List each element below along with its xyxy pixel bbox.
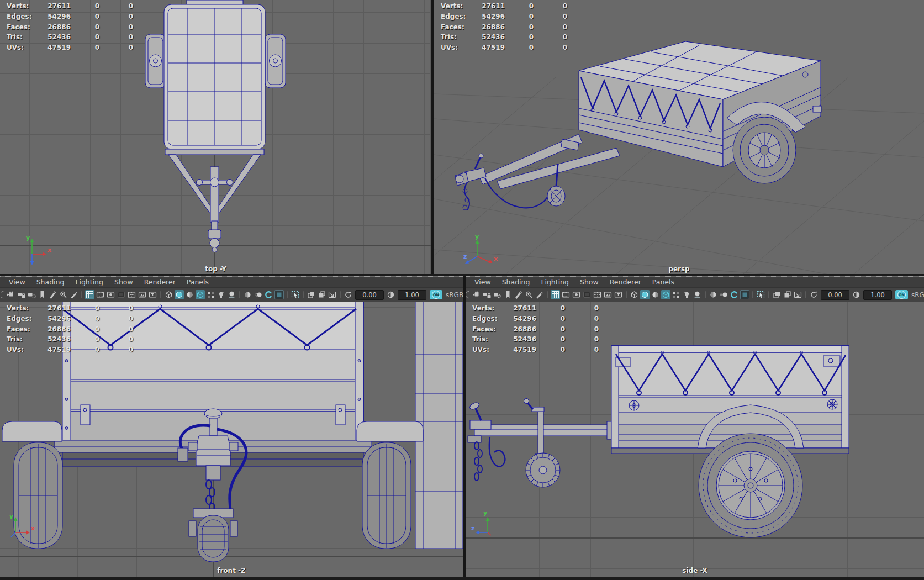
hud-row: Edges:5429600 <box>7 12 133 22</box>
film-gate-icon[interactable] <box>96 290 105 299</box>
smooth-shade-mode-icon[interactable] <box>175 290 184 299</box>
pan-zoom-icon[interactable] <box>59 290 68 299</box>
axis-gizmo: y x z <box>463 233 501 270</box>
hud-row: UVs:4751900 <box>7 43 133 53</box>
image-plane-icon[interactable] <box>514 290 523 299</box>
svg-text:z: z <box>471 525 474 532</box>
ambient-occlusion-icon[interactable] <box>709 290 718 299</box>
wireframe-mode-icon[interactable] <box>164 290 173 299</box>
hud-row: Faces:2688600 <box>441 22 567 32</box>
grid-icon[interactable] <box>85 290 94 299</box>
motion-blur-icon[interactable] <box>254 290 263 299</box>
colorspace-label[interactable]: sRGB gamm <box>446 291 463 299</box>
field-chart-icon[interactable] <box>127 290 136 299</box>
exposure-icon[interactable] <box>809 290 819 299</box>
menu-renderer[interactable]: Renderer <box>139 278 181 286</box>
duplicate-view-icon[interactable] <box>307 290 316 299</box>
safe-title-icon[interactable] <box>148 290 157 299</box>
select-camera-icon[interactable] <box>472 290 481 299</box>
viewport-persp[interactable]: Verts:2761100 Edges:5429600 Faces:268860… <box>434 0 924 274</box>
viewport-label: top -Y <box>0 265 431 273</box>
select-camera-icon[interactable] <box>6 290 15 299</box>
snapshot-icon[interactable] <box>328 290 337 299</box>
resolution-gate-icon[interactable] <box>106 290 115 299</box>
menu-lighting[interactable]: Lighting <box>70 278 109 286</box>
shadows-icon[interactable] <box>227 290 236 299</box>
menu-lighting[interactable]: Lighting <box>535 278 574 286</box>
bookmark-icon[interactable] <box>503 290 513 299</box>
wireframe-mode-icon[interactable] <box>630 290 639 299</box>
smooth-shade-mode-icon[interactable] <box>640 290 650 299</box>
exposure-icon[interactable] <box>344 290 353 299</box>
lights-icon[interactable] <box>217 290 226 299</box>
anti-aliasing-icon[interactable] <box>730 290 739 299</box>
snapshot-icon[interactable] <box>793 290 802 299</box>
field-chart-icon[interactable] <box>593 290 602 299</box>
paste-view-icon[interactable] <box>317 290 326 299</box>
bookmark-icon[interactable] <box>38 290 47 299</box>
gamma-field[interactable]: 1.00 <box>398 290 426 300</box>
menu-view[interactable]: View <box>3 278 31 286</box>
menu-panels[interactable]: Panels <box>647 278 680 286</box>
texture-checker-icon[interactable] <box>206 290 215 299</box>
duplicate-view-icon[interactable] <box>772 290 782 299</box>
safe-action-icon[interactable] <box>138 290 147 299</box>
pan-zoom-icon[interactable] <box>524 290 534 299</box>
contrast-icon[interactable] <box>386 290 395 299</box>
textured-mode-icon[interactable] <box>651 290 660 299</box>
resolution-gate-icon[interactable] <box>572 290 581 299</box>
camera-attributes-icon[interactable] <box>493 290 502 299</box>
hud-row: Verts:2761100 <box>441 1 567 12</box>
motion-blur-icon[interactable] <box>719 290 728 299</box>
use-all-lights-icon[interactable] <box>196 290 205 299</box>
menu-panels[interactable]: Panels <box>181 278 214 286</box>
viewport-toolbar: 0.00 1.00 ON sRGB gamm <box>466 288 924 302</box>
ambient-occlusion-icon[interactable] <box>243 290 252 299</box>
exposure-field[interactable]: 0.00 <box>821 290 849 300</box>
camera-attributes-icon[interactable] <box>27 290 36 299</box>
menu-show[interactable]: Show <box>574 278 604 286</box>
use-all-lights-icon[interactable] <box>661 290 670 299</box>
menu-show[interactable]: Show <box>109 278 139 286</box>
lock-camera-icon[interactable] <box>17 290 26 299</box>
viewport-effects-icon[interactable] <box>274 290 284 299</box>
contrast-icon[interactable] <box>852 290 861 299</box>
menu-shading[interactable]: Shading <box>497 278 536 286</box>
lights-icon[interactable] <box>682 290 691 299</box>
grease-pencil-icon[interactable] <box>69 290 78 299</box>
menu-view[interactable]: View <box>469 278 497 286</box>
gate-mask-icon[interactable] <box>582 290 592 299</box>
menu-renderer[interactable]: Renderer <box>604 278 647 286</box>
toolbar-separator <box>768 291 769 298</box>
viewport-side[interactable]: View Shading Lighting Show Renderer Pane… <box>466 276 924 577</box>
exposure-field[interactable]: 0.00 <box>355 290 384 300</box>
safe-title-icon[interactable] <box>614 290 623 299</box>
safe-action-icon[interactable] <box>603 290 613 299</box>
viewport-front[interactable]: View Shading Lighting Show Renderer Pane… <box>0 276 463 577</box>
colorspace-label[interactable]: sRGB gamm <box>911 291 924 299</box>
gamma-field[interactable]: 1.00 <box>863 290 892 300</box>
isolate-select-icon[interactable] <box>291 290 300 299</box>
anti-aliasing-icon[interactable] <box>264 290 273 299</box>
toolbar-grip <box>466 290 470 299</box>
viewport-top[interactable]: Verts:2761100 Edges:5429600 Faces:268860… <box>0 0 431 274</box>
viewport-effects-icon[interactable] <box>740 290 749 299</box>
isolate-select-icon[interactable] <box>756 290 765 299</box>
textured-mode-icon[interactable] <box>185 290 194 299</box>
color-management-toggle[interactable]: ON <box>430 290 442 299</box>
texture-checker-icon[interactable] <box>672 290 681 299</box>
shadows-icon[interactable] <box>693 290 702 299</box>
menu-shading[interactable]: Shading <box>31 278 70 286</box>
viewport-splitter-horizontal[interactable] <box>0 274 924 276</box>
film-gate-icon[interactable] <box>561 290 571 299</box>
svg-text:x: x <box>494 255 498 262</box>
hud-row: Edges:5429600 <box>472 314 599 324</box>
hud-row: Faces:2688600 <box>472 324 599 334</box>
color-management-toggle[interactable]: ON <box>895 290 908 299</box>
grid-icon[interactable] <box>551 290 560 299</box>
paste-view-icon[interactable] <box>783 290 792 299</box>
image-plane-icon[interactable] <box>48 290 57 299</box>
gate-mask-icon[interactable] <box>117 290 126 299</box>
lock-camera-icon[interactable] <box>482 290 492 299</box>
grease-pencil-icon[interactable] <box>535 290 544 299</box>
